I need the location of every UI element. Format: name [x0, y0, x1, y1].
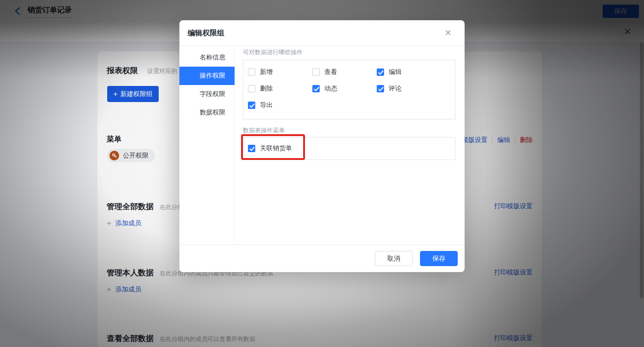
plus-icon: [107, 285, 111, 294]
new-permission-group-button[interactable]: 新建权限组: [107, 86, 159, 102]
print-template-settings-link[interactable]: 打印模版设置: [494, 202, 533, 210]
page-scrollbar[interactable]: [640, 42, 644, 299]
public-permission-tag[interactable]: 公开权限: [107, 149, 155, 162]
checkbox-item-export[interactable]: 导出: [248, 101, 312, 109]
checkbox-item-view[interactable]: 查看: [312, 68, 377, 76]
public-permission-label: 公开权限: [123, 152, 149, 160]
checkbox[interactable]: [248, 102, 255, 109]
table-menu-label: 数据表操作菜单: [243, 126, 285, 135]
group-name: 管理全部数据: [107, 201, 154, 212]
modal-tab-list: 名称信息 操作权限 字段权限 数据权限: [179, 46, 235, 245]
save-button[interactable]: 保存: [420, 251, 458, 266]
checkbox[interactable]: [377, 68, 384, 76]
table-menu-box: 关联销货单: [243, 137, 455, 160]
screen: 销货订单记录 保存 报表权限 设置对应的「 新建权限组 菜单 公开权: [0, 0, 644, 347]
group-name: 管理本人数据: [107, 267, 154, 278]
operations-grid: 新增 查看 编辑 删除 动态: [248, 64, 455, 114]
operations-box: 新增 查看 编辑 删除 动态: [243, 60, 455, 119]
checkbox[interactable]: [248, 145, 255, 152]
plus-icon: [107, 219, 111, 228]
checkbox-item-related-sales-order[interactable]: 关联销货单: [248, 144, 292, 153]
tab-field-permission[interactable]: 字段权限: [179, 85, 235, 103]
checkbox[interactable]: [248, 85, 255, 92]
modal-close-icon[interactable]: [442, 26, 454, 39]
checkbox[interactable]: [312, 85, 320, 92]
modal-header: 编辑权限组: [179, 20, 465, 46]
menu-section-title: 菜单: [107, 135, 121, 144]
page-save-button[interactable]: 保存: [603, 5, 639, 18]
checkbox-item-add[interactable]: 新增: [248, 68, 312, 76]
checkbox-item-delete[interactable]: 删除: [248, 85, 312, 93]
page-title: 销货订单记录: [28, 6, 72, 18]
delete-link[interactable]: 删除: [520, 136, 533, 144]
checkbox[interactable]: [377, 85, 384, 92]
edit-permission-group-modal: 编辑权限组 名称信息 操作权限 字段权限 数据权限 可对数据进行哪些操作 新增 …: [179, 20, 465, 272]
edit-link[interactable]: 编辑: [497, 136, 510, 144]
cancel-button[interactable]: 取消: [375, 251, 413, 266]
divider: [515, 137, 515, 143]
app-top-bar: 销货订单记录 保存: [0, 0, 644, 22]
checkbox-item-edit[interactable]: 编辑: [377, 68, 441, 76]
divider: [492, 137, 493, 143]
add-member-link[interactable]: 添加成员: [107, 285, 141, 294]
drawer-close-icon[interactable]: [621, 25, 634, 38]
modal-footer: 取消 保存: [179, 245, 465, 272]
print-template-settings-link[interactable]: 打印模版设置: [494, 334, 533, 342]
modal-title: 编辑权限组: [188, 28, 224, 38]
plus-icon: [113, 90, 117, 98]
checkbox[interactable]: [248, 68, 255, 76]
key-icon: [109, 151, 119, 160]
checkbox[interactable]: [312, 68, 320, 76]
operations-label: 可对数据进行哪些操作: [243, 48, 303, 57]
checkbox-item-activity[interactable]: 动态: [312, 85, 377, 93]
print-template-settings-link[interactable]: 打印模版设置: [494, 268, 533, 277]
tab-name-info[interactable]: 名称信息: [179, 48, 235, 67]
report-permission-subtitle: 设置对应的「: [147, 67, 183, 75]
tab-operation-permission[interactable]: 操作权限: [179, 67, 235, 85]
report-permission-title: 报表权限: [107, 65, 138, 76]
group-name: 查看全部数据: [107, 333, 154, 344]
back-chevron-icon[interactable]: [13, 6, 23, 16]
tab-data-permission[interactable]: 数据权限: [179, 103, 235, 122]
add-member-link[interactable]: 添加成员: [107, 219, 141, 228]
checkbox-item-comment[interactable]: 评论: [377, 85, 441, 93]
group-description: 在此分组内的成员可以查看所有数据: [160, 335, 255, 343]
